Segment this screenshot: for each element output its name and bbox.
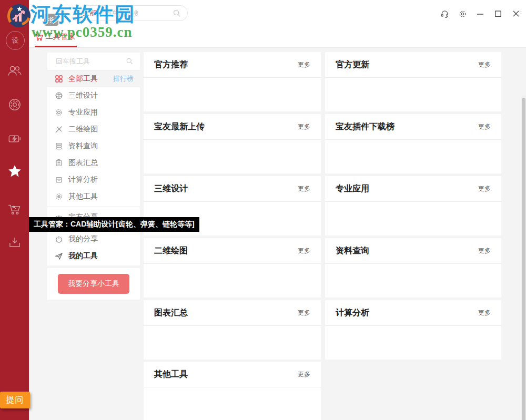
share-tool-button[interactable]: 我要分享小工具	[58, 274, 129, 294]
power-icon	[55, 235, 63, 243]
pc0359-logo-icon	[6, 3, 32, 28]
card-title: 三维设计	[154, 183, 188, 194]
menu-item-2d-drawing[interactable]: 二维绘图	[47, 121, 140, 138]
menu-item-my-shares[interactable]: 我的分享	[47, 231, 140, 248]
section-card-professional-apps: 专业应用更多	[325, 176, 501, 235]
clipboard-icon	[55, 159, 63, 167]
more-link[interactable]: 更多	[478, 185, 491, 193]
card-title: 二维绘图	[154, 245, 188, 257]
menu-label: 图表汇总	[68, 158, 98, 168]
card-title: 其他工具	[154, 369, 188, 380]
menu-label: 专业应用	[68, 108, 98, 117]
cart-wrench-icon[interactable]	[7, 201, 23, 217]
menu-item-calc-analysis[interactable]: 计算分析	[47, 171, 140, 188]
card-title: 专业应用	[336, 183, 369, 194]
menu-item-chart-summary[interactable]: 图表汇总	[47, 155, 140, 171]
card-title: 官方更新	[336, 59, 369, 70]
scrollbar-track	[521, 96, 526, 420]
menu-item-other-tools[interactable]: 其他工具	[47, 188, 140, 205]
tooltip: 工具管家：CAD辅助设计[齿轮、弹簧、链轮等等]	[29, 217, 199, 232]
card-title: 资料查询	[336, 245, 369, 257]
support-headset-icon[interactable]	[440, 9, 449, 18]
minimize-icon[interactable]	[476, 9, 485, 18]
grid-icon	[55, 75, 63, 83]
star-icon[interactable]	[7, 163, 23, 179]
menu-label: 全部工具	[68, 74, 98, 84]
more-link[interactable]: 更多	[298, 247, 310, 255]
tab-active-underline	[35, 46, 77, 47]
menu-item-my-tools[interactable]: 我的工具	[47, 248, 140, 264]
menu-label: 我的分享	[68, 234, 98, 244]
menu-item-professional-apps[interactable]: 专业应用	[47, 104, 140, 121]
design-seal-icon: 设	[6, 31, 25, 50]
maximize-icon[interactable]	[493, 9, 503, 18]
more-link[interactable]: 更多	[298, 309, 310, 317]
menu-label: 二维绘图	[68, 125, 98, 134]
tool-search-box[interactable]	[47, 53, 140, 70]
menu-label: 计算分析	[68, 175, 98, 185]
settings-gear-icon[interactable]	[458, 9, 467, 18]
watermark-site-url: www.pc0359.cn	[32, 24, 133, 40]
ranking-link[interactable]: 排行榜	[113, 74, 134, 84]
sphere-icon	[55, 91, 63, 100]
menu-item-3d-design[interactable]: 三维设计	[47, 87, 140, 104]
gear-icon	[55, 108, 63, 117]
menu-label: 我的工具	[68, 251, 98, 261]
search-icon[interactable]	[126, 57, 134, 65]
users-icon[interactable]	[7, 63, 23, 79]
section-card-calc-analysis: 计算分析更多	[325, 300, 501, 360]
more-link[interactable]: 更多	[298, 60, 310, 69]
scrollbar-thumb[interactable]	[522, 98, 525, 420]
section-card-2d-drawing: 二维绘图更多	[144, 238, 321, 298]
calculator-icon	[55, 176, 63, 184]
section-card-latest-uploads: 宝友最新上传更多	[144, 114, 321, 173]
search-icon[interactable]	[173, 9, 181, 18]
download-icon[interactable]	[7, 235, 23, 251]
more-link[interactable]: 更多	[478, 60, 491, 69]
wheel-icon[interactable]	[7, 97, 23, 112]
battery-bolt-icon[interactable]	[7, 131, 23, 147]
more-link[interactable]: 更多	[478, 309, 491, 317]
gear-outline-icon	[55, 192, 63, 201]
app-window: 提问 设 河东软件园 www.pc0359.cn 全部	[0, 0, 526, 420]
more-link[interactable]: 更多	[478, 122, 491, 131]
pencil-ruler-icon	[55, 125, 63, 134]
more-link[interactable]: 更多	[298, 122, 310, 131]
section-card-data-query: 资料查询更多	[325, 238, 501, 298]
nav-sidebar: 提问	[0, 0, 29, 420]
menu-item-data-query[interactable]: 资料查询	[47, 138, 140, 155]
section-card-other-tools: 其他工具更多	[144, 362, 321, 420]
tool-search-input[interactable]	[55, 57, 126, 66]
content-area: 全部工具 排行榜 三维设计 专业应用 二维绘图	[29, 48, 526, 420]
menu-divider	[47, 207, 140, 207]
ask-question-button[interactable]: 提问	[0, 392, 30, 408]
section-card-chart-summary: 图表汇总更多	[144, 300, 321, 360]
more-link[interactable]: 更多	[478, 247, 491, 255]
stack-icon	[55, 142, 63, 150]
card-title: 图表汇总	[154, 308, 188, 319]
more-link[interactable]: 更多	[298, 185, 310, 193]
section-card-official-recommend: 官方推荐更多	[144, 52, 321, 111]
menu-label: 三维设计	[68, 91, 98, 100]
section-card-official-updates: 官方更新更多	[325, 52, 501, 111]
close-icon[interactable]	[511, 9, 521, 18]
tool-category-panel: 全部工具 排行榜 三维设计 专业应用 二维绘图	[47, 53, 140, 265]
share-tool-card: 我要分享小工具	[47, 268, 140, 300]
menu-item-all-tools[interactable]: 全部工具 排行榜	[47, 70, 140, 87]
card-title: 宝友最新上传	[154, 121, 205, 132]
paper-plane-icon	[55, 252, 63, 260]
card-title: 计算分析	[336, 308, 369, 319]
more-link[interactable]: 更多	[298, 370, 310, 379]
menu-label: 其他工具	[68, 192, 98, 201]
menu-label: 资料查询	[68, 141, 98, 151]
section-card-plugin-ranking: 宝友插件下载榜更多	[325, 114, 501, 173]
card-title: 宝友插件下载榜	[336, 121, 394, 132]
card-title: 官方推荐	[154, 59, 188, 70]
